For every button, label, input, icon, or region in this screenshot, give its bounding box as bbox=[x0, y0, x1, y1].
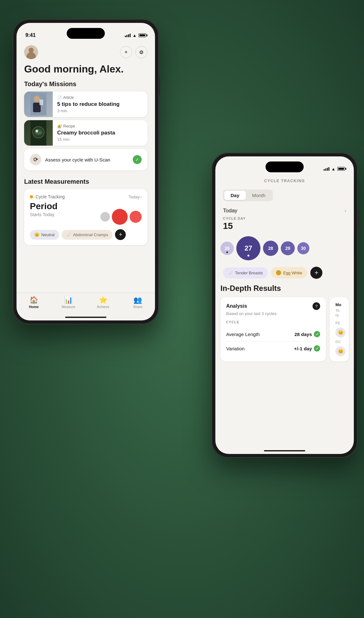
calendar-day-27[interactable]: 27 bbox=[236, 236, 260, 260]
recipe-mission-card[interactable]: 🥑 Recipe Creamy broccoli pasta 15 min bbox=[24, 120, 147, 146]
variation-row: Variation +/-1 day ✓ bbox=[226, 341, 320, 355]
period-circle-large bbox=[112, 209, 128, 225]
top-bar: + ⚙ bbox=[24, 45, 147, 59]
power-button[interactable] bbox=[159, 76, 160, 95]
volume-down-button[interactable] bbox=[11, 86, 13, 99]
measurement-card[interactable]: Cycle Tracking Today › Period Starts Tod… bbox=[24, 189, 147, 245]
status-icons: ▲ bbox=[125, 33, 146, 38]
front-phone: 9:41 ▲ + ⚙ bbox=[13, 19, 159, 324]
avg-length-check-icon: ✓ bbox=[314, 331, 320, 337]
day-month-toggle: Day Month bbox=[223, 189, 273, 201]
egg-white-icon bbox=[276, 270, 281, 275]
day-toggle-button[interactable]: Day bbox=[224, 191, 246, 200]
recipe-thumbnail bbox=[24, 120, 53, 146]
silent-button[interactable] bbox=[11, 57, 13, 66]
avg-length-value: 28 days ✓ bbox=[294, 331, 320, 337]
symptoms-row: 🩹 Tender Breasts Egg White + bbox=[215, 267, 354, 279]
analysis-title: Analysis bbox=[226, 303, 247, 309]
period-circle-medium bbox=[130, 211, 142, 223]
back-wifi-icon: ▲ bbox=[331, 167, 335, 171]
partial-label: PE bbox=[335, 321, 343, 325]
signal-icon bbox=[125, 34, 131, 37]
back-phone: ▲ CYCLE TRACKING Day Month Today › CYCLE… bbox=[212, 153, 358, 458]
today-link[interactable]: Today › bbox=[129, 195, 142, 199]
nav-home[interactable]: 🏠 Home bbox=[17, 296, 51, 309]
today-label: Today bbox=[223, 208, 237, 214]
add-symptom-button[interactable]: + bbox=[310, 267, 322, 279]
uscan-check-icon: ✓ bbox=[133, 155, 142, 164]
add-button[interactable]: + bbox=[120, 46, 132, 58]
top-actions: + ⚙ bbox=[120, 46, 147, 58]
back-screen: ▲ CYCLE TRACKING Day Month Today › CYCLE… bbox=[215, 156, 354, 454]
indepth-title: In-Depth Results bbox=[220, 284, 349, 293]
calendar-day-28[interactable]: 28 bbox=[263, 241, 278, 256]
orange-dot bbox=[30, 195, 33, 198]
variation-value: +/-1 day ✓ bbox=[294, 345, 320, 352]
nav-home-label: Home bbox=[29, 305, 39, 309]
nav-measure[interactable]: 📊 Measure bbox=[51, 296, 86, 309]
measurements-title: Latest Measurements bbox=[24, 178, 147, 185]
cramps-tag[interactable]: 🩹 Abdominal Cramps bbox=[62, 230, 113, 240]
symptom-tags-row: 😐 Neutral 🩹 Abdominal Cramps + bbox=[30, 229, 142, 240]
uscan-text: Assess your cycle with U-Scan bbox=[45, 157, 110, 162]
calendar-row: 26 27 28 29 30 bbox=[215, 236, 354, 260]
recipe-duration: 15 min bbox=[57, 137, 143, 142]
svg-point-1 bbox=[34, 96, 40, 102]
share-icon: 👥 bbox=[133, 296, 142, 304]
variation-label: Variation bbox=[226, 346, 245, 351]
svg-point-7 bbox=[36, 130, 38, 132]
variation-check-icon: ✓ bbox=[314, 345, 320, 352]
uscan-card[interactable]: ⟳ Assess your cycle with U-Scan ✓ bbox=[24, 149, 147, 170]
cycle-tracking-header: CYCLE TRACKING bbox=[215, 179, 354, 183]
front-app-content: + ⚙ Good morning, Alex. Today's Missions bbox=[17, 42, 155, 320]
nav-share[interactable]: 👥 Share bbox=[120, 296, 155, 309]
back-status-icons: ▲ bbox=[324, 167, 345, 171]
back-signal-icon bbox=[324, 167, 329, 171]
status-time: 9:41 bbox=[25, 32, 36, 38]
month-toggle-button[interactable]: Month bbox=[246, 191, 272, 200]
home-icon: 🏠 bbox=[30, 296, 38, 304]
volume-up-button[interactable] bbox=[11, 70, 13, 83]
analysis-subtitle: Based on your last 3 cycles. bbox=[226, 311, 320, 316]
partial-icon: 😐 bbox=[335, 327, 346, 338]
nav-achieve-label: Achieve bbox=[97, 305, 109, 309]
partial-label2: OU bbox=[335, 340, 343, 344]
back-home-indicator bbox=[264, 450, 305, 451]
egg-white-tag[interactable]: Egg White bbox=[271, 267, 307, 278]
recipe-title: Creamy broccoli pasta bbox=[57, 130, 143, 136]
today-row: Today › bbox=[215, 208, 354, 214]
neutral-tag-icon: 😐 bbox=[34, 232, 39, 237]
partial-card: Mo Thcy PE 😐 OU 😐 bbox=[330, 297, 349, 361]
help-button[interactable]: ? bbox=[313, 302, 320, 310]
cycle-tracking-content: CYCLE TRACKING Day Month Today › CYCLE D… bbox=[215, 175, 354, 454]
measurement-type: Cycle Tracking bbox=[30, 194, 65, 199]
partial-text: Thcy bbox=[335, 308, 343, 318]
article-thumbnail bbox=[24, 92, 53, 117]
average-length-row: Average Length 28 days ✓ bbox=[226, 327, 320, 341]
neutral-tag[interactable]: 😐 Neutral bbox=[30, 230, 59, 240]
back-dynamic-island bbox=[266, 161, 304, 172]
bottom-nav: 🏠 Home 📊 Measure ⭐ Achieve 👥 Share bbox=[17, 292, 155, 320]
back-battery-icon bbox=[337, 167, 345, 171]
analysis-card: Analysis ? Based on your last 3 cycles. … bbox=[220, 297, 326, 361]
calendar-day-26[interactable]: 26 bbox=[220, 242, 234, 255]
calendar-day-29[interactable]: 29 bbox=[281, 241, 295, 255]
add-tag-button[interactable]: + bbox=[115, 229, 126, 240]
uscan-icon: ⟳ bbox=[30, 154, 41, 165]
settings-button[interactable]: ⚙ bbox=[135, 46, 147, 58]
article-mission-card[interactable]: 📄 Article 5 tips to reduce bloating 3 mi… bbox=[24, 92, 147, 117]
back-power-button[interactable] bbox=[358, 210, 359, 229]
greeting-text: Good morning, Alex. bbox=[24, 64, 147, 75]
nav-measure-label: Measure bbox=[62, 305, 75, 309]
calendar-day-30[interactable]: 30 bbox=[297, 242, 309, 254]
tender-breasts-tag[interactable]: 🩹 Tender Breasts bbox=[223, 267, 268, 278]
today-chevron-icon[interactable]: › bbox=[345, 208, 346, 213]
nav-share-label: Share bbox=[133, 305, 142, 309]
uscan-left: ⟳ Assess your cycle with U-Scan bbox=[30, 154, 110, 165]
indepth-cards-row: Analysis ? Based on your last 3 cycles. … bbox=[220, 297, 349, 361]
measure-icon: 📊 bbox=[64, 296, 73, 304]
mission-title: 5 tips to reduce bloating bbox=[57, 101, 143, 107]
nav-achieve[interactable]: ⭐ Achieve bbox=[86, 296, 120, 309]
avg-length-label: Average Length bbox=[226, 332, 260, 337]
avatar[interactable] bbox=[24, 45, 38, 59]
